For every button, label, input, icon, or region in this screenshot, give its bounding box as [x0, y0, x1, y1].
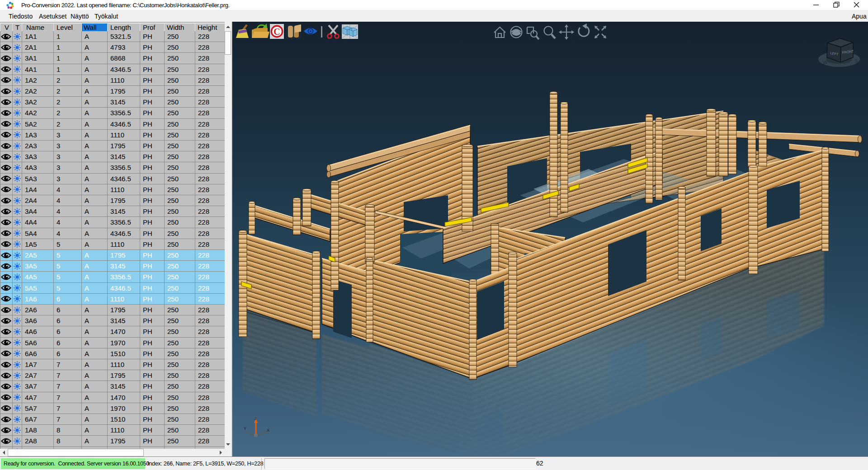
- svg-text:X: X: [267, 428, 269, 432]
- svg-text:W: W: [823, 60, 828, 65]
- svg-text:C: C: [274, 27, 280, 37]
- svg-text:Z: Z: [255, 417, 257, 421]
- svg-text:Y: Y: [244, 426, 246, 431]
- svg-text:S: S: [855, 58, 858, 64]
